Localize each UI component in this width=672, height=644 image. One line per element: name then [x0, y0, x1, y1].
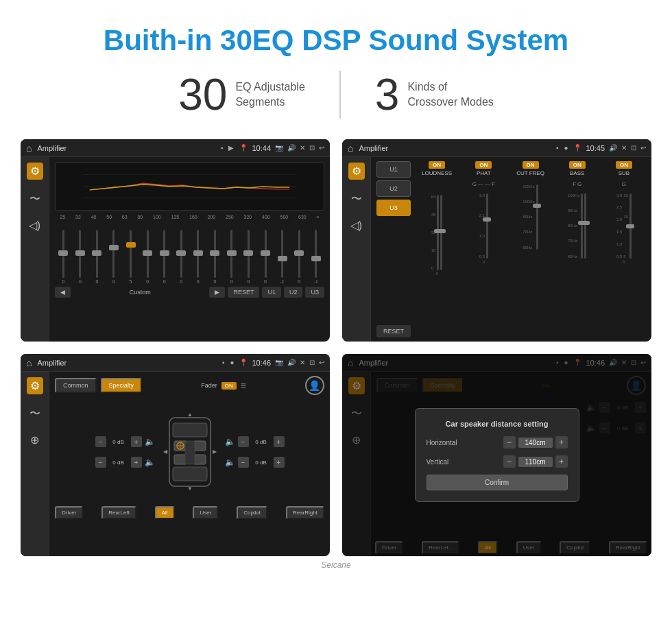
bt-icon3[interactable]: ⊕ — [30, 433, 39, 446]
spec-all-btn[interactable]: All — [155, 506, 175, 519]
eq-icon[interactable]: ⚙ — [27, 163, 43, 180]
eq-u3-btn[interactable]: U3 — [305, 287, 324, 298]
eq-reset-btn[interactable]: RESET — [228, 287, 259, 298]
rl-plus[interactable]: + — [131, 457, 142, 468]
front-right-ctrl: 🔈 − 0 dB + — [225, 436, 285, 447]
rl-minus[interactable]: − — [95, 457, 106, 468]
wave-icon[interactable]: 〜 — [29, 192, 40, 206]
freq-50: 50 — [106, 215, 112, 219]
cx-cutfreq-on: ON — [523, 161, 539, 169]
svg-rect-5 — [173, 423, 207, 437]
close-icon[interactable]: ✕ — [300, 144, 305, 152]
spec-copilot-btn[interactable]: Copilot — [237, 506, 267, 519]
fl-plus[interactable]: + — [131, 436, 142, 447]
wave-icon3[interactable]: 〜 — [29, 407, 40, 421]
wave-icon2[interactable]: 〜 — [351, 192, 362, 206]
cx-sub-label: SUB — [619, 170, 629, 177]
close-icon2[interactable]: ✕ — [621, 144, 627, 152]
rr-plus[interactable]: + — [274, 457, 285, 468]
back-icon[interactable]: ↩ — [319, 144, 324, 152]
dot-icon2: ● — [564, 144, 568, 152]
spec-common-btn[interactable]: Common — [55, 378, 97, 393]
screens-grid: ⌂ Amplifier ▪ ▶ 📍 10:44 📷 🔊 ✕ ⊡ ↩ ⚙ 〜 — [14, 139, 658, 556]
spec-driver-btn[interactable]: Driver — [55, 506, 83, 519]
modal-vertical-input: − 110cm + — [503, 455, 568, 468]
screen3-body: ⚙ 〜 ⊕ Common Specialty Fader ON ≡ 👤 — [21, 372, 330, 556]
freq-80: 80 — [137, 215, 143, 219]
camera-icon: 📷 — [275, 144, 283, 152]
eq-slider-1: 0 — [73, 230, 87, 284]
eq-icon2[interactable]: ⚙ — [348, 163, 365, 180]
home-icon[interactable]: ⌂ — [26, 143, 32, 154]
location-icon: 📍 — [239, 144, 248, 152]
stats-row: 30 EQ Adjustable Segments 3 Kinds of Cro… — [14, 71, 658, 119]
back-icon2[interactable]: ↩ — [640, 144, 646, 152]
eq-u1-btn[interactable]: U1 — [262, 287, 281, 298]
eq-u2-btn[interactable]: U2 — [284, 287, 303, 298]
eq-back-btn[interactable]: ◀ — [55, 287, 71, 298]
screen1-title: Amplifier — [37, 144, 215, 152]
crossover-channels: ON LOUDNESS 64 48 32 16 0 — [415, 161, 646, 337]
spec-rear-right-btn[interactable]: RearRight — [286, 506, 324, 519]
cx-u3-btn[interactable]: U3 — [376, 200, 411, 216]
fr-plus[interactable]: + — [274, 436, 285, 447]
eq-slider-3: 0 — [107, 230, 121, 284]
fl-minus[interactable]: − — [95, 436, 106, 447]
eq-slider-7: 0 — [174, 230, 188, 284]
page-wrapper: Buith-in 30EQ DSP Sound System 30 EQ Adj… — [0, 0, 672, 644]
crossover-user-btns: U1 U2 U3 RESET — [376, 161, 411, 337]
freq-63: 63 — [122, 215, 128, 219]
cx-u2-btn[interactable]: U2 — [376, 180, 411, 197]
back-icon3[interactable]: ↩ — [319, 359, 324, 366]
window-icon[interactable]: ⊡ — [309, 144, 315, 152]
horizontal-plus-btn[interactable]: + — [555, 436, 568, 449]
volume-left-icon[interactable]: ◁) — [29, 219, 40, 232]
cx-u1-btn[interactable]: U1 — [376, 161, 411, 178]
svg-text:▲: ▲ — [187, 412, 193, 418]
horizontal-minus-btn[interactable]: − — [503, 436, 516, 449]
close-icon3[interactable]: ✕ — [300, 359, 305, 366]
modal-horizontal-row: Horizontal − 140cm + — [427, 436, 568, 449]
vertical-plus-btn[interactable]: + — [555, 455, 568, 468]
confirm-button[interactable]: Confirm — [427, 475, 568, 490]
fr-minus[interactable]: − — [238, 436, 249, 447]
freq-32: 32 — [75, 215, 81, 219]
window-icon3[interactable]: ⊡ — [309, 359, 315, 366]
spec-user-btn[interactable]: User — [193, 506, 218, 519]
eq-play-btn[interactable]: ▶ — [209, 287, 225, 298]
page-title: Buith-in 30EQ DSP Sound System — [14, 14, 658, 71]
screen3-topbar: ⌂ Amplifier ▪ ● 📍 10:46 📷 🔊 ✕ ⊡ ↩ — [21, 354, 330, 372]
home-icon2[interactable]: ⌂ — [348, 143, 353, 154]
vertical-minus-btn[interactable]: − — [503, 455, 516, 468]
home-icon3[interactable]: ⌂ — [26, 357, 32, 368]
person-icon: 👤 — [305, 376, 324, 395]
location-icon2: 📍 — [573, 144, 581, 152]
rr-minus[interactable]: − — [238, 457, 249, 468]
spec-rear-left-btn[interactable]: RearLeft — [101, 506, 136, 519]
freq-500: 500 — [280, 215, 289, 219]
cx-bass-on: ON — [569, 161, 586, 169]
eq-icon3[interactable]: ⚙ — [27, 377, 43, 394]
cx-reset-btn[interactable]: RESET — [376, 325, 411, 337]
crossover-main-content: U1 U2 U3 RESET ON LOUDNESS — [371, 157, 651, 342]
volume-left-icon2[interactable]: ◁) — [350, 219, 362, 232]
eq-slider-5: 0 — [141, 230, 154, 284]
screen2-sidebar: ⚙ 〜 ◁) — [342, 157, 371, 342]
window-icon2[interactable]: ⊡ — [631, 144, 636, 152]
screen3-icons: 📍 10:46 📷 🔊 ✕ ⊡ ↩ — [239, 359, 324, 367]
modal-horizontal-label: Horizontal — [427, 439, 468, 446]
eq-slider-12: 0 — [259, 230, 272, 284]
modal-overlay: Car speaker distance setting Horizontal … — [342, 354, 651, 556]
svg-rect-10 — [193, 455, 206, 464]
spec-specialty-btn[interactable]: Specialty — [101, 378, 143, 393]
record-icon2: ▪ — [556, 144, 559, 152]
eq-slider-11: 0 — [241, 230, 255, 284]
location-icon3: 📍 — [239, 359, 248, 366]
cx-phat-on: ON — [475, 161, 492, 169]
distance-modal: Car speaker distance setting Horizontal … — [415, 408, 579, 502]
screen2-body: ⚙ 〜 ◁) U1 U2 U3 RESET — [342, 157, 651, 342]
play-icon[interactable]: ▶ — [228, 144, 234, 152]
rr-db: 0 dB — [252, 460, 271, 466]
fl-speaker-icon: 🔈 — [145, 437, 155, 446]
modal-vertical-label: Vertical — [427, 458, 468, 466]
